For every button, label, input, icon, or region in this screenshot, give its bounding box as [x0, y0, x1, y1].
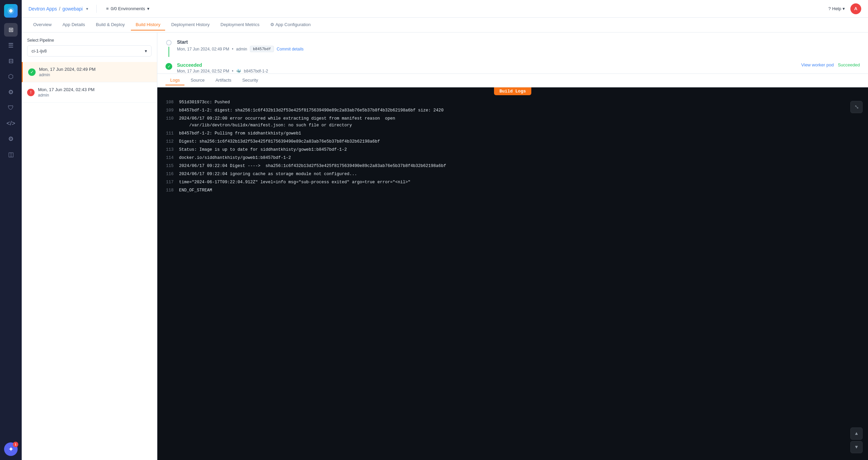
timeline-start-date: Mon, 17 Jun 2024, 02:49 PM [177, 47, 229, 51]
log-line-text: Digest: sha256:1c6f432b13d2f53e425f81756… [179, 138, 863, 145]
tab-deployment-history[interactable]: Deployment History [166, 19, 214, 30]
build-item[interactable]: ✓ Mon, 17 Jun 2024, 02:49 PM admin [22, 62, 157, 82]
timeline-meta-sep2: • [232, 69, 233, 74]
tab-app-configuration[interactable]: ⚙ App Configuration [265, 19, 315, 30]
timeline-start-title: Start [177, 39, 860, 45]
apps-nav-icon[interactable]: ☰ [4, 39, 18, 52]
pipeline-name: ci-1-ijv8 [32, 48, 47, 54]
sub-tabs: Logs Source Artifacts Security [157, 74, 868, 87]
log-line-text: Status: Image is up to date for siddhant… [179, 146, 863, 153]
log-line: 112 Digest: sha256:1c6f432b13d2f53e425f8… [157, 138, 868, 146]
scroll-down-button[interactable]: ▼ [850, 441, 863, 453]
pod-label: b8457bdf-1-2 [244, 69, 268, 74]
help-button[interactable]: ? Help ▾ [828, 6, 845, 11]
env-selector-chevron: ▾ [147, 6, 150, 11]
log-line: 118 END_OF_STREAM [157, 186, 868, 194]
sidebar: ⊞ ☰ ⊟ ⬡ ⚙ 🛡 </> ⚙ ◫ ✦ 1 [0, 0, 22, 460]
timeline-succeeded-dot-wrapper: ✓ [165, 62, 172, 70]
environment-selector[interactable]: ≡ 0/0 Environments ▾ [103, 5, 152, 13]
log-line: 113 Status: Image is up to date for sidd… [157, 146, 868, 154]
build-item[interactable]: ! Mon, 17 Jun 2024, 02:43 PM admin [22, 82, 157, 103]
discord-icon[interactable]: ✦ 1 [4, 442, 18, 456]
build-logs-label: Build Logs [494, 87, 531, 95]
pipeline-dropdown[interactable]: ci-1-ijv8 ▾ [27, 45, 152, 57]
timeline-meta-separator: • [232, 47, 233, 51]
right-panel: Start Mon, 17 Jun 2024, 02:49 PM • admin… [157, 33, 868, 460]
settings-nav-icon[interactable]: ⚙ [4, 85, 18, 99]
build-item-info: Mon, 17 Jun 2024, 02:49 PM admin [39, 67, 152, 77]
log-line-number: 115 [160, 163, 174, 169]
log-line-number: 111 [160, 130, 174, 137]
log-line-text: b8457bdf-1-2: digest: sha256:1c6f432b13d… [179, 107, 863, 114]
breadcrumb-dropdown-button[interactable]: ▾ [85, 6, 90, 12]
log-line-text: time="2024-06-17T09:22:04.912Z" level=in… [179, 179, 863, 186]
breadcrumb-app[interactable]: Devtron Apps [28, 6, 57, 12]
log-line: 114 docker.io/siddhantkhisty/goweb1:b845… [157, 154, 868, 162]
config-nav-icon[interactable]: ⚙ [4, 132, 18, 146]
breadcrumb: Devtron Apps / gowebapi ▾ [28, 6, 90, 12]
log-line-text: 951d301973cc: Pushed [179, 99, 863, 106]
help-chevron-icon: ▾ [843, 6, 845, 11]
tab-overview[interactable]: Overview [28, 19, 56, 30]
timeline-start-user: admin [236, 47, 247, 51]
sub-tab-artifacts[interactable]: Artifacts [211, 76, 236, 85]
log-line-text: 2024/06/17 09:22:04 ignoring cache as st… [179, 171, 863, 177]
timeline-start-meta: Mon, 17 Jun 2024, 02:49 PM • admin b8457… [177, 46, 860, 52]
help-circle-icon: ? [828, 6, 831, 11]
env-selector-label: 0/0 Environments [111, 6, 145, 11]
scroll-up-button[interactable]: ▲ [850, 427, 863, 440]
grid-nav-icon[interactable]: ⊟ [4, 54, 18, 68]
build-item-user: admin [39, 72, 152, 77]
breadcrumb-separator: / [59, 6, 60, 12]
pod-icon: 🐳 [236, 69, 241, 74]
topbar-right: ? Help ▾ A [828, 3, 861, 14]
home-nav-icon[interactable]: ⊞ [4, 23, 18, 37]
discord-notification-badge: 1 [13, 442, 18, 447]
timeline-right-actions: View worker pod Succeeded [801, 62, 860, 67]
tab-app-details[interactable]: App Details [58, 19, 90, 30]
topbar: Devtron Apps / gowebapi ▾ ≡ 0/0 Environm… [22, 0, 868, 18]
log-line-text: 2024/06/17 09:22:00 error occurred while… [179, 115, 863, 129]
build-item-info: Mon, 17 Jun 2024, 02:43 PM admin [38, 87, 152, 98]
log-line: 108 951d301973cc: Pushed [157, 98, 868, 106]
main-content: Devtron Apps / gowebapi ▾ ≡ 0/0 Environm… [22, 0, 868, 460]
sub-tab-source[interactable]: Source [186, 76, 209, 85]
log-line: 116 2024/06/17 09:22:04 ignoring cache a… [157, 170, 868, 178]
log-line-number: 113 [160, 146, 174, 153]
tab-build-history[interactable]: Build History [131, 19, 165, 30]
sub-tab-logs[interactable]: Logs [165, 76, 184, 85]
breadcrumb-current[interactable]: gowebapi [62, 6, 83, 12]
commit-hash-badge: b8457bdf [250, 46, 274, 52]
tab-build-deploy[interactable]: Build & Deploy [91, 19, 130, 30]
timeline-start-item: Start Mon, 17 Jun 2024, 02:49 PM • admin… [165, 39, 860, 57]
topbar-divider [96, 5, 97, 13]
timeline-succeeded-content: Succeeded Mon, 17 Jun 2024, 02:52 PM • 🐳… [177, 62, 796, 74]
sidebar-bottom: ✦ 1 [4, 442, 18, 456]
view-worker-pod-link[interactable]: View worker pod [801, 62, 834, 67]
content-area: Select Pipeline ci-1-ijv8 ▾ ✓ Mon, 17 Ju… [22, 33, 868, 460]
commit-details-link[interactable]: Commit details [277, 47, 303, 51]
build-item-date: Mon, 17 Jun 2024, 02:49 PM [39, 67, 152, 72]
log-area[interactable]: Build Logs ⤡ 108 951d301973cc: Pushed 10… [157, 87, 868, 460]
fullscreen-button[interactable]: ⤡ [850, 101, 863, 113]
scroll-buttons: ▲ ▼ [850, 427, 863, 453]
sub-tab-security[interactable]: Security [237, 76, 263, 85]
layers-nav-icon[interactable]: ◫ [4, 148, 18, 161]
timeline-connector [169, 47, 169, 57]
build-timeline: Start Mon, 17 Jun 2024, 02:49 PM • admin… [157, 33, 868, 74]
log-line: 115 2024/06/17 09:22:04 Digest ----> sha… [157, 162, 868, 170]
log-line-number: 108 [160, 99, 174, 106]
user-avatar[interactable]: A [850, 3, 861, 14]
code-nav-icon[interactable]: </> [4, 117, 18, 130]
logo[interactable] [4, 4, 18, 18]
timeline-succeeded-dot: ✓ [165, 63, 172, 70]
cube-nav-icon[interactable]: ⬡ [4, 70, 18, 83]
timeline-dot-wrapper [165, 39, 172, 57]
build-item-user: admin [38, 93, 152, 98]
tab-deployment-metrics[interactable]: Deployment Metrics [216, 19, 264, 30]
log-line: 117 time="2024-06-17T09:22:04.912Z" leve… [157, 178, 868, 186]
env-filter-icon: ≡ [106, 6, 109, 11]
timeline-succeeded-meta: Mon, 17 Jun 2024, 02:52 PM • 🐳 b8457bdf-… [177, 69, 796, 74]
pipeline-dropdown-chevron: ▾ [145, 48, 147, 54]
security-nav-icon[interactable]: 🛡 [4, 101, 18, 114]
